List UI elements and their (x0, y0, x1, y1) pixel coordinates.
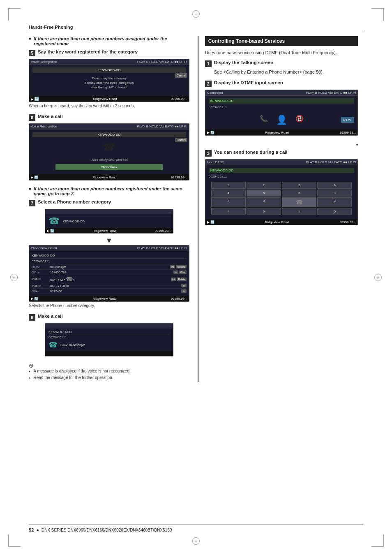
step7-pb-road: Ridgeview Road (92, 297, 116, 301)
step2-green-phone-icon[interactable]: 📞 (260, 115, 268, 125)
step-5-number: 5 (29, 50, 35, 56)
dtmf-key-5[interactable]: 5 (247, 190, 281, 197)
dtmf-key-8[interactable]: 8 (247, 197, 281, 207)
step6-price: 99999.99... (171, 176, 187, 179)
step6-nav-icon[interactable]: ▶ 🔄 (31, 176, 38, 179)
dtmf-key-2[interactable]: 2 (247, 182, 281, 189)
step8-phone-icon: ☎ (48, 340, 58, 349)
step7-screen2: Phonebook Detail PLAY B HOLD Vbi EATO ■■… (29, 245, 189, 302)
step-7-title: Select a Phone number category (38, 199, 111, 204)
pb-entry-office[interactable]: Office 123456 789 Ini Play (32, 270, 187, 275)
step2-connected-label: Connected (207, 91, 223, 95)
step5-road-label: Ridgeview Road (93, 97, 117, 101)
dtmf-key-7[interactable]: 7 (211, 197, 246, 207)
step7-screen1-name: KENWOOD-DD (63, 220, 85, 223)
step2-dtmf-btn[interactable]: DTMF (341, 117, 354, 123)
step-7-number: 7 (29, 200, 35, 206)
right-step-1-title: Display the Talking screen (214, 60, 273, 65)
step6-phonebook-btn[interactable]: Phonebook (55, 164, 163, 170)
right-step-3-number: 3 (205, 150, 212, 157)
step-8-number: 8 (29, 314, 35, 321)
step5-screen-name: KENWOOD-DD (32, 67, 186, 73)
step-8-title: Make a call (38, 314, 63, 319)
step8-number: 0629405111 (48, 335, 170, 340)
step-5-screen: Voice Recognition PLAY B HOLD Vbi EATO ■… (29, 59, 189, 102)
dtmf-key-1[interactable]: 1 (211, 182, 246, 189)
step-5-caption: When a beep is heard, say the key word w… (29, 104, 189, 108)
footer-bullet: ● (36, 527, 39, 532)
page-number: 52 (29, 527, 34, 532)
step3-number: 0629405111 (209, 174, 355, 180)
left-column: If there are more than one phone numbers… (29, 36, 189, 382)
step-6-block: 6 Make a call Voice Recognition PLAY B H… (29, 114, 189, 180)
step5-price: 99999.99... (171, 97, 187, 101)
note-block-2: If there are more than one phone numbers… (29, 186, 189, 196)
pb-entry-mobile1[interactable]: Mobile 0461 124 5☎9 Ini Delete (32, 275, 187, 283)
step3-screen-icons: PLAY B HOLD Vbi EATO ■■ LF Pt (306, 160, 356, 164)
footnote-bullet-1: • A message is displayed if the voice is… (29, 369, 189, 374)
dtmf-key-star[interactable]: * (211, 208, 246, 215)
step-7-caption: Selects the Phone number category. (29, 303, 189, 308)
dtmf-key-D[interactable]: D (317, 208, 352, 215)
step7-pb-title: Phonebook Detail (31, 246, 57, 250)
step5-cancel-btn[interactable]: Cancel (175, 73, 187, 78)
right-step-3-screen: Input DTMF PLAY B HOLD Vbi EATO ■■ LF Pt… (205, 159, 358, 225)
step6-processing: Voice recognition process (32, 158, 186, 162)
step2-red-phone-icon[interactable]: 📵 (295, 115, 304, 125)
dtmf-key-C[interactable]: C (317, 197, 352, 207)
footnote-bullet-2: • Read the message for the further opera… (29, 375, 189, 380)
step8-home-entry: Home 0426860|W (60, 343, 85, 347)
right-step-2-number: 2 (205, 81, 212, 87)
step3-nav-icon[interactable]: ▶ 🔄 (207, 220, 214, 224)
step7-pb-icons: PLAY B HOLD Vbi EATO ■■ LF Pt (137, 246, 187, 250)
step-8-block: 8 Make a call — KENWOOD-DD 0629405111 ☎ … (29, 314, 189, 356)
step3-road-label: Ridgeview Road (265, 220, 289, 224)
dtmf-key-B[interactable]: B (317, 190, 352, 197)
dtmf-keypad: 1 2 3 A 4 5 6 B 7 8 ☎ C * (211, 182, 352, 215)
step6-screen-title: Voice Recognition (31, 125, 57, 128)
dtmf-key-hash[interactable]: # (282, 208, 316, 215)
step5-screen-message: Please say the category If today enter t… (32, 76, 186, 90)
step8-name: KENWOOD-DD (48, 330, 170, 335)
dtmf-key-0[interactable]: 0 (247, 208, 281, 215)
step5-screen-title: Voice Recognition (31, 60, 57, 64)
right-step-3-title: You can send tones during a call (214, 150, 288, 155)
right-step-1-number: 1 (205, 60, 212, 67)
right-step-2-block: 2 Display the DTMF input screen Connecte… (205, 80, 358, 136)
step3-dtmf-title: Input DTMF (207, 160, 224, 164)
step6-road-label: Ridgeview Road (92, 176, 116, 179)
pb-entry-home[interactable]: Home 0426861|W Ini Record (32, 264, 187, 270)
footnote-area: ⊕ • A message is displayed if the voice … (29, 362, 189, 380)
dtmf-key-3[interactable]: 3 (282, 182, 316, 189)
page-footer: 52 ● DNX SERIES DNX6960/DNX6160/DNX6020E… (29, 525, 363, 532)
step7-pb-nav[interactable]: ▶ 🔄 (31, 297, 38, 301)
dtmf-key-9[interactable]: ☎ (282, 197, 316, 207)
right-col-title: Controlling Tone-based Services (205, 36, 358, 46)
dtmf-key-4[interactable]: 4 (211, 190, 246, 197)
step-7-block: 7 Select a Phone number category — ☎ KEN… (29, 199, 189, 308)
right-column: Controlling Tone-based Services Uses ton… (198, 36, 358, 382)
step6-cancel-btn[interactable]: Cancel (175, 138, 187, 142)
step5-screen-icons: PLAY B HOLD Vbi EATO ■■ LF Pt (137, 60, 187, 64)
step6-screen-icons: PLAY B HOLD Vbi EATO ■■ LF Pt (137, 125, 187, 128)
step-5-title: Say the key word registered for the cate… (38, 49, 138, 54)
pb-entry-other[interactable]: Other 8172456 Ini (32, 289, 187, 294)
right-col-intro: Uses tone base service using DTMF (Dual … (205, 50, 358, 55)
footer-model-text: DNX SERIES DNX6960/DNX6160/DNX6020EX/DNX… (42, 528, 172, 532)
step5-nav-icon[interactable]: ▶ 🔄 (31, 97, 39, 101)
right-bullet: • (205, 141, 358, 148)
dtmf-key-6[interactable]: 6 (282, 190, 316, 197)
right-step-2-title: Display the DTMF input screen (214, 80, 283, 85)
step7-pb-price: 99999.99... (171, 297, 187, 301)
right-step-1-block: 1 Display the Talking screen See <Callin… (205, 60, 358, 74)
arrow-down-icon: ▼ (29, 237, 189, 244)
dtmf-key-A[interactable]: A (317, 182, 352, 189)
step7-pb-name: KENWOOD-DD (32, 253, 187, 259)
step2-number: 0629405111 (209, 104, 355, 110)
right-step-1-desc: See <Calling by Entering a Phone Number>… (214, 69, 358, 74)
step2-nav-icon[interactable]: ▶ 🔄 (207, 131, 214, 134)
pb-entry-mobile2[interactable]: Mobile 063 171 3165 Ini (32, 283, 187, 289)
step-6-screen: Voice Recognition PLAY B HOLD Vbi EATO ■… (29, 123, 189, 180)
step3-price: 99999.99... (339, 220, 356, 224)
step2-connected-bar: KENWOOD-DD (209, 98, 355, 104)
